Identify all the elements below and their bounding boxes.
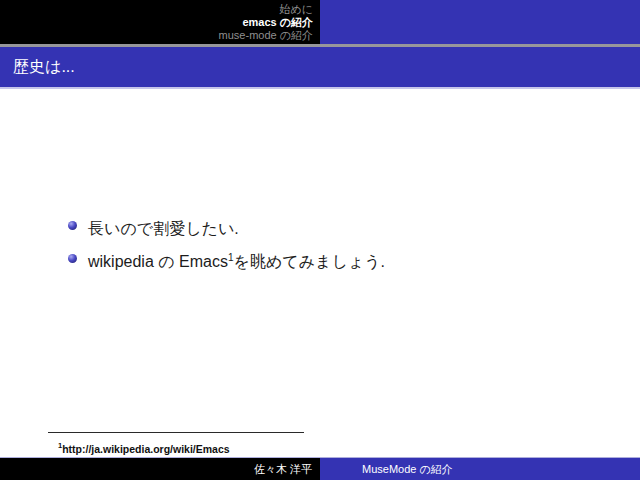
nav-section-emacs-intro-current[interactable]: emacs の紹介	[242, 16, 313, 29]
author-name: 佐々木 洋平	[254, 463, 312, 475]
ball-bullet-icon	[68, 254, 77, 263]
section-nav: 始めに emacs の紹介 muse-mode の紹介	[0, 0, 320, 44]
footline: 佐々木 洋平 MuseMode の紹介	[0, 457, 640, 480]
talk-title: MuseMode の紹介	[362, 463, 453, 475]
list-item: 長いので割愛したい.	[68, 215, 385, 239]
bullet-text: wikipedia の Emacs1を眺めてみましょう.	[88, 248, 385, 272]
slide-body: 長いので割愛したい. wikipedia の Emacs1を眺めてみましょう. …	[0, 89, 640, 457]
subsection-nav-empty	[320, 0, 640, 44]
bullet-text-segment: wikipedia の Emacs	[88, 254, 228, 271]
frame-title: 歴史は...	[13, 57, 75, 78]
nav-section-muse-mode-intro[interactable]: muse-mode の紹介	[219, 29, 313, 42]
list-item: wikipedia の Emacs1を眺めてみましょう.	[68, 248, 385, 272]
nav-section-hajimeni[interactable]: 始めに	[279, 3, 313, 16]
bullet-text: 長いので割愛したい.	[88, 215, 239, 239]
bullet-text-segment: 長いので割愛したい.	[88, 220, 239, 237]
bullet-text-segment: を眺めてみましょう.	[234, 254, 385, 271]
frame-title-bar: 歴史は...	[0, 47, 640, 89]
bullet-list: 長いので割愛したい. wikipedia の Emacs1を眺めてみましょう.	[68, 215, 385, 282]
footnote-url[interactable]: http://ja.wikipedia.org/wiki/Emacs	[62, 443, 229, 455]
headline: 始めに emacs の紹介 muse-mode の紹介	[0, 0, 640, 44]
footnote-rule	[48, 432, 304, 433]
presentation-slide: 始めに emacs の紹介 muse-mode の紹介 歴史は... 長いので割…	[0, 0, 640, 480]
ball-bullet-icon	[68, 221, 77, 230]
footline-title-cell: MuseMode の紹介	[320, 458, 640, 480]
footnote: 1http://ja.wikipedia.org/wiki/Emacs	[58, 441, 230, 455]
footline-author-cell: 佐々木 洋平	[0, 458, 320, 480]
